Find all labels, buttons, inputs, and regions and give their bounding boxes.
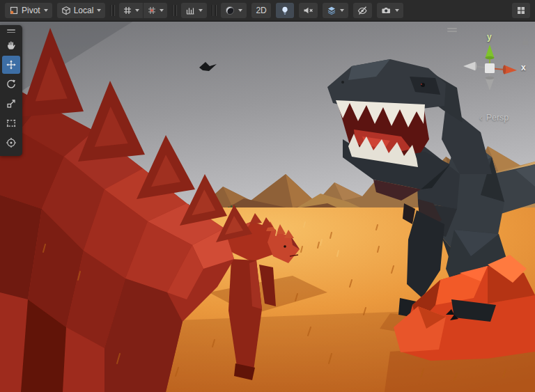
chevron-down-icon (199, 9, 203, 12)
snap-increment-button[interactable] (181, 3, 207, 18)
grid-snap-button[interactable] (143, 3, 167, 18)
grid-visibility-icon (123, 6, 132, 15)
grid-snap-group (119, 3, 167, 18)
rotation-space-button[interactable]: Local (57, 3, 106, 18)
effects-button[interactable] (323, 3, 348, 18)
rotate-icon (6, 79, 17, 90)
axis-y-label: y (487, 32, 492, 42)
transform-icon (6, 137, 17, 148)
rotate-tool-button[interactable] (2, 75, 20, 93)
projection-label: Persp (486, 113, 509, 123)
snap-increment-icon (185, 6, 195, 15)
grid-snap-icon (147, 6, 157, 15)
view-tool-button[interactable] (2, 36, 20, 54)
scale-icon (6, 98, 17, 109)
chevron-down-icon (395, 9, 399, 12)
light-bulb-icon (280, 6, 290, 15)
effects-icon (327, 6, 336, 15)
grid-visibility-button[interactable] (119, 3, 143, 18)
gizmo-neg-x-cone[interactable] (463, 62, 475, 70)
tools-overlay (0, 25, 22, 156)
audio-mute-button[interactable] (299, 3, 318, 18)
gizmo-neg-y-cone[interactable] (486, 78, 495, 91)
pivot-label: Pivot (22, 6, 40, 15)
hand-icon (6, 40, 17, 51)
shading-mode-button[interactable] (221, 3, 247, 18)
move-tool-button[interactable] (2, 56, 20, 74)
scale-tool-button[interactable] (2, 95, 20, 113)
move-arrows-icon (6, 59, 17, 70)
chevron-down-icon (135, 9, 139, 12)
chevron-down-icon (340, 9, 344, 12)
camera-icon (381, 6, 391, 15)
overlays-grid-icon (516, 6, 526, 15)
gizmo-drag-handle[interactable] (447, 28, 457, 32)
pivot-icon (9, 6, 19, 15)
local-cube-icon (61, 6, 71, 15)
rect-tool-icon (6, 118, 17, 129)
unity-scene-view: Pivot Local (0, 0, 535, 392)
chevron-down-icon (238, 9, 242, 12)
axis-gizmo[interactable] (440, 35, 535, 113)
rotation-space-label: Local (74, 6, 94, 15)
pivot-button[interactable]: Pivot (5, 3, 52, 18)
tools-overlay-drag-handle[interactable] (0, 27, 22, 35)
overlays-menu-button[interactable] (512, 3, 530, 18)
toolbar-separator (110, 5, 114, 16)
transform-tool-button[interactable] (2, 134, 20, 152)
toolbar-separator (212, 5, 216, 16)
mode-2d-label: 2D (256, 6, 266, 15)
chevron-down-icon (97, 9, 101, 12)
eye-slash-icon (357, 6, 368, 15)
chevron-down-icon (44, 9, 48, 12)
scene-visibility-button[interactable] (353, 3, 372, 18)
toolbar-separator (172, 5, 176, 16)
audio-mute-icon (303, 6, 313, 15)
chevron-left-icon: ‹ (479, 113, 483, 123)
shading-mode-icon (225, 6, 235, 15)
projection-toggle[interactable]: ‹ Persp (479, 113, 509, 123)
rect-tool-button[interactable] (2, 114, 20, 132)
chevron-down-icon (160, 9, 164, 12)
gizmo-y-cone[interactable] (486, 45, 495, 58)
axis-x-label: x (521, 63, 526, 72)
camera-settings-button[interactable] (377, 3, 403, 18)
gizmo-x-cone[interactable] (504, 65, 517, 75)
orientation-gizmo-overlay: y x ‹ Persp (440, 24, 535, 130)
mode-2d-button[interactable]: 2D (251, 3, 270, 18)
scene-lighting-button[interactable] (276, 3, 294, 18)
scene-toolbar: Pivot Local (0, 0, 535, 22)
gizmo-center-cube[interactable] (485, 63, 495, 73)
